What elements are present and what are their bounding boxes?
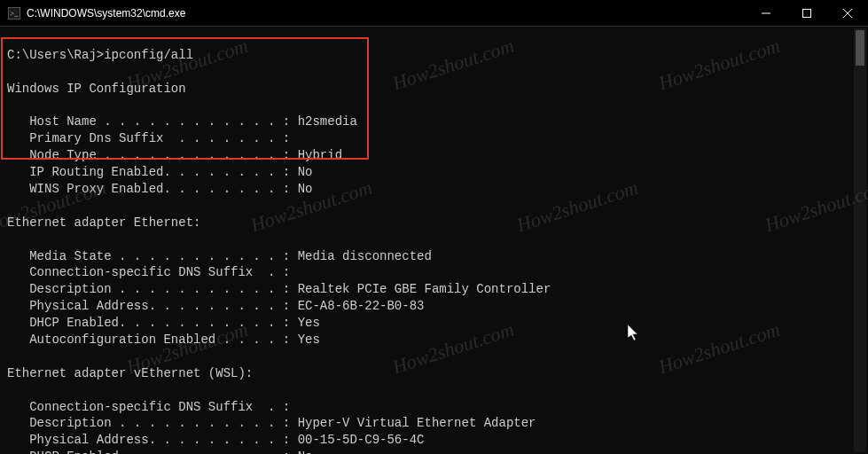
window-controls: [746, 0, 868, 26]
output-line: Physical Address. . . . . . . . . : EC-A…: [7, 299, 424, 313]
output-line: Media State . . . . . . . . . . . : Medi…: [7, 249, 432, 263]
output-line: Host Name . . . . . . . . . . . . : h2sm…: [7, 114, 357, 129]
section-header-adapter: Ethernet adapter vEthernet (WSL):: [7, 366, 253, 380]
window-title: C:\WINDOWS\system32\cmd.exe: [27, 7, 746, 20]
minimize-button[interactable]: [746, 0, 786, 26]
output-line: IP Routing Enabled. . . . . . . . : No: [7, 165, 312, 179]
output-line: DHCP Enabled. . . . . . . . . . . : No: [7, 450, 312, 454]
prompt-path: C:\Users\Raj>: [7, 48, 104, 62]
close-button[interactable]: [827, 0, 868, 26]
output-line: DHCP Enabled. . . . . . . . . . . : Yes: [7, 316, 320, 330]
output-line: Primary Dns Suffix . . . . . . . :: [7, 131, 290, 145]
section-header-adapter: Ethernet adapter Ethernet:: [7, 215, 200, 230]
section-header-ipconfig: Windows IP Configuration: [7, 82, 186, 96]
output-line: Description . . . . . . . . . . . : Real…: [7, 282, 551, 296]
output-line: WINS Proxy Enabled. . . . . . . . : No: [7, 182, 312, 196]
window-titlebar: >_ C:\WINDOWS\system32\cmd.exe: [0, 0, 868, 27]
output-line: Description . . . . . . . . . . . : Hype…: [7, 416, 536, 430]
prompt-command: ipconfig/all: [104, 48, 193, 62]
output-line: Node Type . . . . . . . . . . . . : Hybr…: [7, 148, 342, 162]
vertical-scrollbar[interactable]: [854, 28, 866, 452]
terminal-output[interactable]: C:\Users\Raj>ipconfig/all Windows IP Con…: [0, 27, 868, 454]
output-line: Connection-specific DNS Suffix . :: [7, 400, 290, 414]
svg-rect-3: [803, 9, 811, 17]
maximize-button[interactable]: [786, 0, 827, 26]
output-line: Physical Address. . . . . . . . . : 00-1…: [7, 433, 424, 447]
scrollbar-thumb[interactable]: [856, 30, 864, 66]
output-line: Autoconfiguration Enabled . . . . : Yes: [7, 333, 320, 347]
cmd-icon: >_: [7, 6, 21, 20]
svg-text:>_: >_: [10, 9, 19, 18]
output-line: Connection-specific DNS Suffix . :: [7, 265, 290, 279]
